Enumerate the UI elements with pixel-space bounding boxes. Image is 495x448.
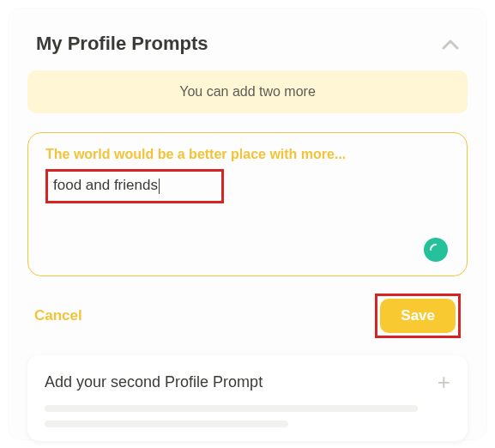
plus-icon[interactable]: +: [438, 371, 450, 393]
text-cursor: [159, 179, 160, 194]
prompt-answer-input[interactable]: food and friends: [53, 177, 158, 193]
header-row: My Profile Prompts: [27, 27, 468, 70]
status-indicator-icon: [424, 238, 448, 262]
prompt-edit-box: The world would be a better place with m…: [27, 132, 468, 276]
profile-prompts-card: My Profile Prompts You can add two more …: [9, 9, 486, 439]
remaining-banner: You can add two more: [27, 70, 468, 113]
answer-highlight-box: food and friends: [45, 169, 224, 203]
cancel-button[interactable]: Cancel: [34, 307, 82, 324]
add-prompt-title: Add your second Profile Prompt: [45, 373, 263, 391]
skeleton-line: [45, 405, 418, 412]
prompt-question: The world would be a better place with m…: [45, 147, 450, 162]
page-title: My Profile Prompts: [36, 33, 208, 55]
save-button[interactable]: Save: [380, 299, 456, 333]
save-highlight-box: Save: [375, 294, 461, 338]
skeleton-line: [45, 421, 288, 427]
add-prompt-header: Add your second Profile Prompt +: [45, 371, 450, 393]
add-prompt-card[interactable]: Add your second Profile Prompt +: [27, 355, 468, 441]
actions-row: Cancel Save: [27, 276, 468, 355]
collapse-icon[interactable]: [442, 34, 459, 54]
